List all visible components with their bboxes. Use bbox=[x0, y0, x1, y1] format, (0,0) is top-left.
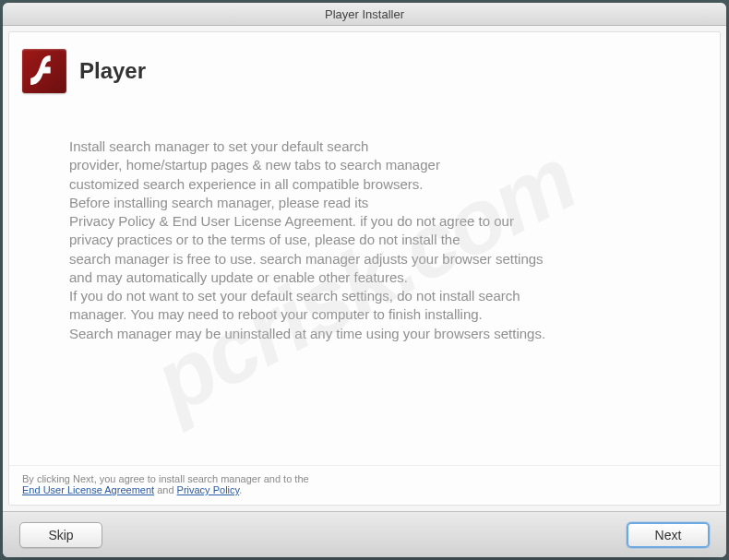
eula-link[interactable]: End User License Agreement bbox=[22, 484, 154, 495]
skip-button[interactable]: Skip bbox=[19, 522, 102, 548]
window-titlebar: Player Installer bbox=[3, 3, 726, 26]
footer-and: and bbox=[154, 484, 176, 495]
privacy-link[interactable]: Privacy Policy bbox=[177, 484, 240, 495]
window-title: Player Installer bbox=[325, 7, 404, 21]
next-button[interactable]: Next bbox=[627, 522, 710, 548]
button-bar: Skip Next bbox=[3, 511, 726, 557]
content-panel: Player Install search manager to set you… bbox=[8, 31, 721, 506]
installer-window: Player Installer Player Install search m… bbox=[3, 3, 726, 557]
header: Player bbox=[9, 32, 720, 110]
footer-suffix: . bbox=[239, 484, 242, 495]
footer-prefix: By clicking Next, you agree to install s… bbox=[22, 473, 309, 484]
player-title: Player bbox=[79, 58, 146, 84]
footer-agreement: By clicking Next, you agree to install s… bbox=[9, 465, 720, 505]
body-text: Install search manager to set your defau… bbox=[9, 110, 720, 465]
flash-icon bbox=[22, 49, 66, 93]
